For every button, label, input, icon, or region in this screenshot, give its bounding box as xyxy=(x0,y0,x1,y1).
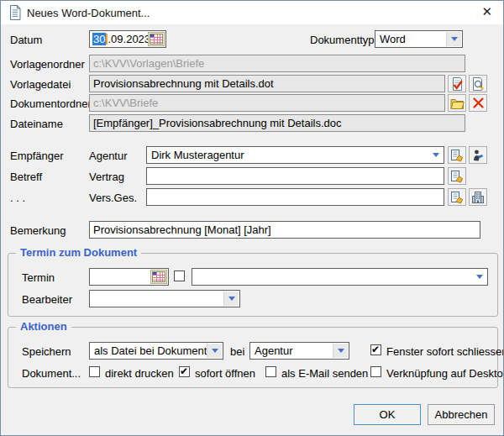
speichern-label: Speichern xyxy=(22,345,71,358)
vorlagenordner-label: Vorlagenordner xyxy=(10,58,85,71)
fenster-schliessen-label: Fenster sofort schliessen xyxy=(386,345,504,358)
speichern-combobox[interactable]: als Datei bei Dokumente xyxy=(89,342,223,360)
dateiname-label: Dateiname xyxy=(10,118,63,130)
empfaenger-label: Empfänger xyxy=(10,150,64,162)
chevron-down-icon[interactable] xyxy=(207,344,222,358)
preview-template-icon[interactable] xyxy=(469,75,487,92)
chevron-down-icon[interactable] xyxy=(333,344,348,358)
calendar-icon[interactable] xyxy=(148,32,165,46)
bearbeiter-label: Bearbeiter xyxy=(22,293,72,306)
verknuepfung-desktop-checkbox[interactable] xyxy=(370,366,381,377)
versges-label: Vers.Ges. xyxy=(89,192,137,204)
vertrag-input[interactable] xyxy=(146,167,444,185)
window-title: Neues Word-Dokument... xyxy=(27,7,150,19)
bemerkung-input[interactable] xyxy=(89,221,480,239)
pick-contract-icon[interactable] xyxy=(448,167,466,185)
vorlagedatei-field: Provisionsabrechnung mit Details.dot xyxy=(89,75,445,92)
direkt-drucken-checkbox[interactable] xyxy=(89,366,100,377)
weitere-label: . . . xyxy=(10,192,25,204)
pick-recipient-icon[interactable] xyxy=(448,146,466,164)
dokument-label: Dokument... xyxy=(22,367,81,380)
new-word-document-dialog: Neues Word-Dokument... ✕ Datum 30.09.202… xyxy=(0,0,504,436)
dokumentordner-label: Dokumentordner xyxy=(10,97,92,110)
email-senden-checkbox[interactable] xyxy=(265,366,276,377)
pick-insurer-icon[interactable] xyxy=(448,188,466,206)
delete-icon[interactable] xyxy=(469,94,487,112)
document-icon xyxy=(8,5,22,23)
cancel-button[interactable]: Abbrechen xyxy=(428,404,495,425)
chevron-down-icon[interactable] xyxy=(446,32,461,46)
dokumenttyp-value: Word xyxy=(380,33,406,45)
agentur-combobox[interactable]: Dirk Musteragentur xyxy=(146,146,444,164)
termin-datefield[interactable] xyxy=(89,268,169,286)
chevron-down-icon[interactable] xyxy=(472,270,486,284)
datum-label: Datum xyxy=(10,34,42,46)
dokumentordner-field: c:\KVV\Briefe xyxy=(89,94,445,112)
sofort-oeffnen-checkbox[interactable] xyxy=(179,366,190,377)
fenster-schliessen-checkbox[interactable] xyxy=(370,344,381,355)
bemerkung-label: Bemerkung xyxy=(10,224,66,237)
datum-selected-text: 30 xyxy=(92,33,106,45)
termin-label: Termin xyxy=(22,271,55,284)
vertrag-label: Vertrag xyxy=(89,171,124,183)
datum-datefield[interactable]: 30.09.2023 xyxy=(89,30,166,48)
email-senden-label: als E-Mail senden xyxy=(281,367,368,380)
ok-button[interactable]: OK xyxy=(354,404,421,425)
folder-icon[interactable] xyxy=(448,94,466,112)
dateiname-field: [Empfänger]_Provisionsabrechnung mit Det… xyxy=(89,114,465,132)
chevron-down-icon[interactable] xyxy=(428,148,443,162)
termin-combobox[interactable] xyxy=(192,268,488,286)
bei-label: bei xyxy=(230,345,244,358)
termin-checkbox[interactable] xyxy=(174,271,185,281)
dokumenttyp-label: Dokumenttyp xyxy=(310,34,375,46)
chevron-down-icon[interactable] xyxy=(223,292,239,306)
termin-group-title: Termin zum Dokument xyxy=(16,246,141,259)
speichern-value: als Datei bei Dokumente xyxy=(94,344,213,357)
vorlagedatei-label: Vorlagedatei xyxy=(10,78,71,91)
datum-rest-text: .09.2023 xyxy=(108,33,150,45)
direkt-drucken-label: direkt drucken xyxy=(105,367,174,380)
close-icon[interactable]: ✕ xyxy=(481,5,492,18)
sofort-oeffnen-label: sofort öffnen xyxy=(195,367,255,380)
bearbeiter-combobox[interactable] xyxy=(89,290,240,307)
building-icon[interactable] xyxy=(469,188,487,206)
dokumenttyp-combobox[interactable]: Word xyxy=(375,30,463,48)
agentur-label: Agentur xyxy=(89,150,128,162)
edit-template-icon[interactable] xyxy=(448,75,466,92)
calendar-icon[interactable] xyxy=(150,270,167,284)
verknuepfung-desktop-label: Verknüpfung auf Desktop xyxy=(386,367,504,380)
person-icon[interactable] xyxy=(469,146,487,164)
bei-value: Agentur xyxy=(255,344,293,357)
aktionen-group-title: Aktionen xyxy=(16,320,71,333)
vorlagenordner-field: c:\KVV\Vorlagen\Briefe xyxy=(89,55,465,72)
bei-combobox[interactable]: Agentur xyxy=(249,342,349,360)
agentur-value: Dirk Musteragentur xyxy=(151,149,244,161)
versges-input[interactable] xyxy=(146,188,444,206)
betreff-label: Betreff xyxy=(10,171,42,183)
title-bar[interactable]: Neues Word-Dokument... ✕ xyxy=(1,1,503,24)
